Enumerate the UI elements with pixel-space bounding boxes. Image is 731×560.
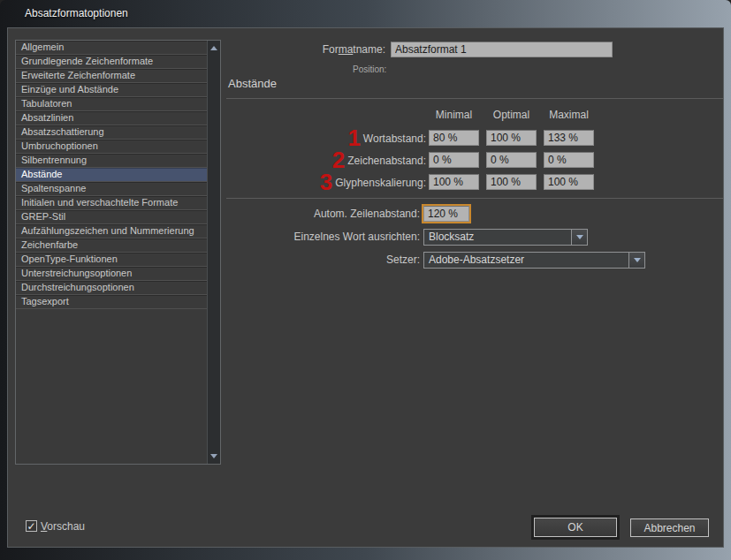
glyph-scaling-minimal-input[interactable] (429, 174, 479, 190)
preview-label: Vorschau (41, 518, 147, 534)
single-word-justify-dropdown[interactable]: Blocksatz (423, 229, 588, 246)
sidebar-item-spaltenspanne[interactable]: Spaltenspanne (16, 182, 207, 196)
word-spacing-label: 1Wortabstand: (220, 130, 426, 146)
sidebar-item-unterstreichungsoptionen[interactable]: Unterstreichungsoptionen (16, 267, 207, 281)
scroll-down-icon[interactable] (208, 450, 220, 462)
separator (226, 98, 723, 99)
sidebar-item-silbentrennung[interactable]: Silbentrennung (16, 154, 207, 168)
auto-leading-input[interactable] (423, 206, 469, 222)
format-name-label: Formatname: (220, 42, 385, 57)
sidebar-item-tabulatoren[interactable]: Tabulatoren (16, 97, 207, 111)
position-label: Position: (353, 64, 386, 74)
word-spacing-maximal-input[interactable] (544, 130, 594, 146)
single-word-justify-label: Einzelnes Wort ausrichten: (185, 229, 420, 245)
annotation-number-1: 1 (347, 125, 360, 151)
auto-leading-label: Autom. Zeilenabstand: (185, 206, 420, 222)
sidebar-item-absatzschattierung[interactable]: Absatzschattierung (16, 125, 207, 140)
dialog-title: Absatzformatoptionen (25, 7, 128, 19)
letter-spacing-label: 2Zeichenabstand: (220, 152, 426, 168)
sidebar-item-erweiterte-zeichenformate[interactable]: Erweiterte Zeichenformate (16, 69, 207, 83)
sidebar-item-allgemein[interactable]: Allgemein (16, 41, 207, 55)
sidebar-item-durchstreichungsoptionen[interactable]: Durchstreichungsoptionen (16, 281, 207, 295)
column-header-minimal: Minimal (429, 109, 479, 121)
word-spacing-minimal-input[interactable] (429, 130, 479, 146)
sidebar-item-opentype-funktionen[interactable]: OpenType-Funktionen (16, 253, 207, 267)
panel-list-items: Allgemein Grundlegende Zeichenformate Er… (16, 41, 207, 309)
annotation-number-2: 2 (332, 147, 345, 173)
glyph-scaling-maximal-input[interactable] (544, 174, 594, 190)
column-header-maximal: Maximal (544, 109, 594, 121)
glyph-scaling-optimal-input[interactable] (486, 174, 537, 190)
dialog-body: Allgemein Grundlegende Zeichenformate Er… (7, 27, 724, 548)
sidebar-item-umbruchoptionen[interactable]: Umbruchoptionen (16, 140, 207, 154)
sidebar-item-initialen-und-verschachtelte-formate[interactable]: Initialen und verschachtelte Formate (16, 196, 207, 210)
glyph-scaling-label: 3Glyphenskalierung: (220, 174, 426, 190)
sidebar-item-grep-stil[interactable]: GREP-Stil (16, 210, 207, 224)
sidebar-item-absatzlinien[interactable]: Absatzlinien (16, 111, 207, 125)
letter-spacing-minimal-input[interactable] (429, 152, 479, 168)
single-word-justify-value: Blocksatz (429, 231, 474, 243)
section-title: Abstände (228, 77, 277, 90)
ok-button[interactable]: OK (534, 518, 617, 537)
sidebar-item-einzuege-und-abstaende[interactable]: Einzüge und Abstände (16, 83, 207, 97)
preview-checkbox[interactable]: ✓ (26, 520, 37, 532)
scroll-up-icon[interactable] (208, 42, 220, 55)
letter-spacing-maximal-input[interactable] (544, 152, 594, 168)
chevron-down-icon[interactable] (571, 230, 587, 245)
sidebar-item-aufzaehlungszeichen-und-nummerierung[interactable]: Aufzählungszeichen und Nummerierung (16, 224, 207, 238)
chevron-down-icon[interactable] (628, 253, 644, 268)
sidebar-item-grundlegende-zeichenformate[interactable]: Grundlegende Zeichenformate (16, 55, 207, 69)
sidebar-item-tagsexport[interactable]: Tagsexport (16, 295, 207, 309)
sidebar-item-zeichenfarbe[interactable]: Zeichenfarbe (16, 238, 207, 253)
composer-label: Setzer: (185, 252, 420, 268)
letter-spacing-optimal-input[interactable] (486, 152, 537, 168)
composer-value: Adobe-Absatzsetzer (429, 254, 524, 266)
sidebar-item-abstaende[interactable]: Abstände (16, 168, 207, 182)
format-name-input[interactable] (391, 42, 613, 57)
title-bar[interactable]: Absatzformatoptionen (0, 0, 731, 27)
word-spacing-optimal-input[interactable] (486, 130, 537, 146)
separator (226, 198, 723, 199)
composer-dropdown[interactable]: Adobe-Absatzsetzer (423, 252, 645, 269)
column-header-optimal: Optimal (486, 109, 537, 121)
cancel-button[interactable]: Abbrechen (630, 518, 709, 537)
annotation-number-3: 3 (320, 169, 332, 195)
dialog-window: Absatzformatoptionen Allgemein Grundlege… (0, 0, 731, 560)
